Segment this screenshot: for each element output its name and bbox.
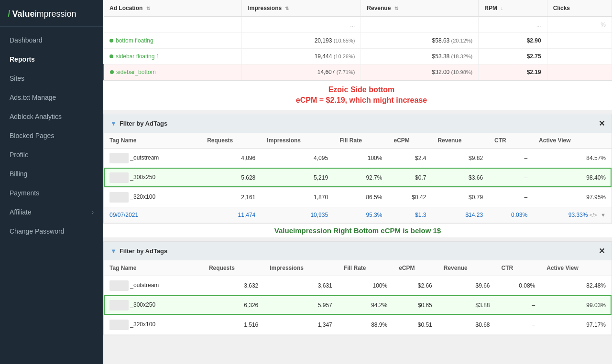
annotation-vi: Valueimpression Right Bottom eCPM is bel… xyxy=(103,224,612,237)
clicks-cell xyxy=(547,49,612,64)
tag-name-cell: _320x100 xyxy=(104,187,201,207)
fill-rate-cell: 88.9% xyxy=(338,315,393,334)
ad-location-cell[interactable]: sidebar floating 1 xyxy=(104,49,242,64)
top-table-section: Ad Location ⇅ Impressions ⇅ Revenue ⇅ RP… xyxy=(103,0,612,81)
col-tag-name: Tag Name xyxy=(104,260,203,276)
requests-cell: 1,516 xyxy=(203,315,264,334)
date-cell: 09/07/2021 xyxy=(104,207,201,223)
revenue-cell: $3.88 xyxy=(438,295,496,315)
col-revenue: Revenue xyxy=(438,260,496,276)
sidebar-item-ads-txt[interactable]: Ads.txt Manage xyxy=(0,88,103,107)
col-fill-rate: Fill Rate xyxy=(338,260,393,276)
ctr-cell: – xyxy=(496,295,541,315)
sidebar: / Valueimpression DashboardReportsSitesA… xyxy=(0,0,103,364)
sidebar-item-reports[interactable]: Reports xyxy=(0,50,103,69)
ad-location-link[interactable]: sidebar_bottom xyxy=(110,69,236,75)
sidebar-item-affiliate[interactable]: Affiliate› xyxy=(0,203,103,222)
col-requests: Requests xyxy=(201,133,261,149)
col-ctr: CTR xyxy=(489,133,533,149)
col-revenue[interactable]: Revenue ⇅ xyxy=(361,0,479,17)
ctr-cell: – xyxy=(489,187,533,207)
ecpm-cell: $0.65 xyxy=(393,295,438,315)
ctr-cell: – xyxy=(496,315,541,334)
fill-rate-cell: 92.7% xyxy=(334,168,388,187)
col-ecpm: eCPM xyxy=(393,260,438,276)
fill-rate-cell: 100% xyxy=(334,148,388,168)
col-tag-name: Tag Name xyxy=(104,133,201,149)
total-revenue: $14.23 xyxy=(432,207,489,223)
annotation-ezoic-text: Ezoic Side bottom eCPM = $2.19, which mi… xyxy=(296,85,427,106)
ecpm-cell: $0.51 xyxy=(393,315,438,334)
partial-cell xyxy=(361,17,479,33)
ecpm-cell: $0.7 xyxy=(388,168,432,187)
sidebar-item-adblock[interactable]: Adblock Analytics xyxy=(0,107,103,126)
impressions-cell: 14,607 (7.71%) xyxy=(242,64,361,80)
impressions-cell: 4,095 xyxy=(261,148,334,168)
revenue-cell: $9.82 xyxy=(432,148,489,168)
ad-location-cell[interactable]: sidebar_bottom xyxy=(104,64,242,80)
active-view-cell: 98.40% xyxy=(533,168,612,187)
total-row: 09/07/2021 11,474 10,935 95.3% $1.3 $14.… xyxy=(104,207,612,223)
col-fill-rate: Fill Rate xyxy=(334,133,388,149)
sidebar-item-change-password[interactable]: Change Password xyxy=(0,222,103,241)
active-view-cell: 97.17% xyxy=(541,315,612,334)
table-row: sidebar_bottom 14,607 (7.71%) $32.00 (10… xyxy=(104,64,612,80)
table-row: _320x100 1,516 1,347 88.9% $0.51 $0.68 –… xyxy=(104,315,612,334)
ecpm-cell: $2.66 xyxy=(393,276,438,295)
filter-header-left-1: ▼ Filter by AdTags xyxy=(110,120,167,127)
sidebar-item-blocked-pages[interactable]: Blocked Pages xyxy=(0,126,103,145)
active-view-cell: 99.03% xyxy=(541,295,612,315)
fill-rate-cell: 94.2% xyxy=(338,295,393,315)
annotation-ezoic: Ezoic Side bottom eCPM = $2.19, which mi… xyxy=(103,81,612,110)
filter-section-1: ▼ Filter by AdTags ✕ Tag NameRequestsImp… xyxy=(103,114,612,224)
revenue-cell: $53.38 (18.32%) xyxy=(361,49,479,64)
sidebar-label-blocked-pages: Blocked Pages xyxy=(10,132,54,139)
filter-icon-2: ▼ xyxy=(110,247,117,255)
table-row: _outstream 3,632 3,631 100% $2.66 $9.66 … xyxy=(104,276,612,295)
revenue-cell: $0.68 xyxy=(438,315,496,334)
partial-cell: % xyxy=(547,17,612,33)
rpm-cell: $2.90 xyxy=(479,33,547,49)
col-rpm[interactable]: RPM ↓ xyxy=(479,0,547,17)
revenue-cell: $58.63 (20.12%) xyxy=(361,33,479,49)
chevron-icon-affiliate: › xyxy=(92,209,94,215)
revenue-cell: $32.00 (10.98%) xyxy=(361,64,479,80)
total-ecpm: $1.3 xyxy=(388,207,432,223)
sidebar-item-billing[interactable]: Billing xyxy=(0,164,103,183)
ad-location-cell[interactable]: bottom floating xyxy=(104,33,242,49)
total-requests: 11,474 xyxy=(201,207,261,223)
sidebar-item-payments[interactable]: Payments xyxy=(0,183,103,203)
sidebar-label-adblock: Adblock Analytics xyxy=(10,113,62,120)
filter-header-1: ▼ Filter by AdTags ✕ xyxy=(104,114,612,133)
impressions-cell: 19,444 (10.26%) xyxy=(242,49,361,64)
col-requests: Requests xyxy=(203,260,264,276)
col-impressions[interactable]: Impressions ⇅ xyxy=(242,0,361,17)
status-dot xyxy=(109,39,113,43)
ad-location-link[interactable]: bottom floating xyxy=(109,37,236,44)
close-filter-2[interactable]: ✕ xyxy=(599,246,605,256)
total-active-view: 93.33% </> ▼ xyxy=(533,207,612,223)
sidebar-item-profile[interactable]: Profile xyxy=(0,145,103,164)
main-content: Ad Location ⇅ Impressions ⇅ Revenue ⇅ RP… xyxy=(103,0,612,364)
filter-small-icon[interactable]: ▼ xyxy=(601,212,606,218)
active-view-cell: 97.95% xyxy=(533,187,612,207)
active-view-cell: 82.48% xyxy=(541,276,612,295)
col-ad-location[interactable]: Ad Location ⇅ xyxy=(104,0,242,17)
sidebar-label-sites: Sites xyxy=(10,75,24,82)
close-filter-1[interactable]: ✕ xyxy=(599,119,605,128)
tag-name-cell: _outstream xyxy=(104,148,201,168)
sidebar-label-billing: Billing xyxy=(10,170,27,178)
ad-location-link[interactable]: sidebar floating 1 xyxy=(109,53,236,60)
ecpm-cell: $0.42 xyxy=(388,187,432,207)
col-clicks: Clicks xyxy=(547,0,612,17)
adtags-table-1: Tag NameRequestsImpressionsFill RateeCPM… xyxy=(104,133,612,223)
table-row: bottom floating 20,193 (10.65%) $58.63 (… xyxy=(104,33,612,49)
sidebar-label-affiliate: Affiliate xyxy=(10,208,32,216)
tag-name-cell: _outstream xyxy=(104,276,203,295)
sidebar-item-sites[interactable]: Sites xyxy=(0,69,103,88)
sidebar-item-dashboard[interactable]: Dashboard xyxy=(0,31,103,50)
revenue-cell: $0.79 xyxy=(432,187,489,207)
table-row: _300x250 6,326 5,957 94.2% $0.65 $3.88 –… xyxy=(104,295,612,315)
filter-header-2: ▼ Filter by AdTags ✕ xyxy=(104,242,612,260)
col-ctr: CTR xyxy=(496,260,541,276)
